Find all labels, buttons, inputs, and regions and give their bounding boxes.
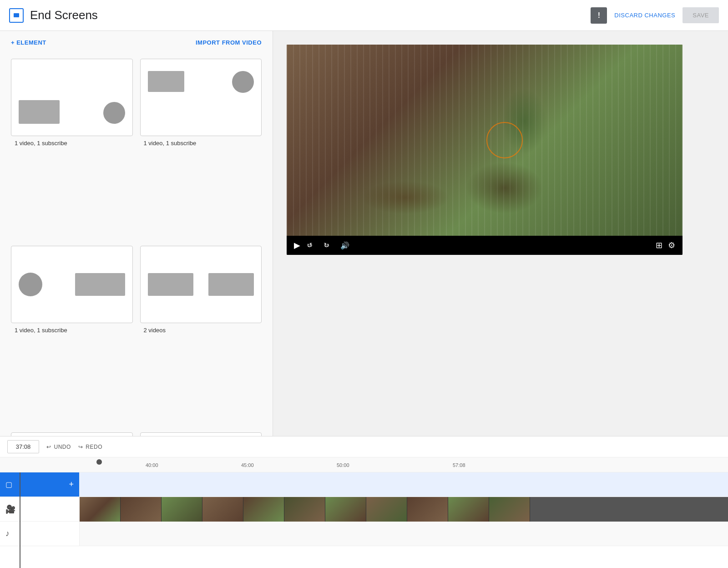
endscreen-row-label: ▢ + xyxy=(0,472,80,497)
volume-button[interactable]: 🔊 xyxy=(340,241,349,250)
template-cell-2: 1 video, 1 subscribe xyxy=(136,54,266,241)
audio-row: ♪ xyxy=(0,522,728,546)
tpl1-circle xyxy=(103,102,125,124)
template-preview-2 xyxy=(148,66,254,128)
video-controls: ▶ ↺10 ↻10 🔊 ⊞ xyxy=(287,236,682,255)
ruler-marker-3: 50:00 xyxy=(337,462,349,468)
strip-thumb-3 xyxy=(162,497,202,522)
strip-thumb-4 xyxy=(202,497,243,522)
endscreen-row-icon: ▢ xyxy=(5,480,12,489)
settings-button[interactable]: ⚙ xyxy=(668,240,675,250)
replay-back-icon: ↺10 xyxy=(307,241,317,249)
playhead-dot xyxy=(96,459,102,465)
replay-back-button[interactable]: ↺10 xyxy=(307,241,317,249)
feedback-button[interactable]: ! xyxy=(591,7,607,24)
play-button[interactable]: ▶ xyxy=(294,240,300,250)
undo-arrow-icon: ↩ xyxy=(46,444,51,450)
template-cell-4: 2 videos xyxy=(136,241,266,428)
page-title: End Screens xyxy=(30,8,98,22)
video-player: ▶ ↺10 ↻10 🔊 ⊞ xyxy=(287,45,682,255)
timeline-rows: ▢ + 🎥 xyxy=(0,472,728,568)
template-cell-3: 1 video, 1 subscribe xyxy=(7,241,136,428)
stripe-overlay xyxy=(287,45,682,236)
ruler-marks: 40:00 45:00 50:00 57:08 xyxy=(80,460,728,470)
video-strip xyxy=(80,497,728,522)
add-element-button[interactable]: + ELEMENT xyxy=(11,39,46,46)
template-preview-4 xyxy=(148,254,254,315)
import-from-video-button[interactable]: IMPORT FROM VIDEO xyxy=(196,39,262,46)
replay-fwd-icon: ↻10 xyxy=(324,241,334,249)
video-strip-content xyxy=(80,497,728,521)
app-logo-icon xyxy=(9,8,24,23)
template-label-3: 1 video, 1 subscribe xyxy=(11,327,133,334)
audio-row-label: ♪ xyxy=(0,522,80,546)
replay-fwd-button[interactable]: ↻10 xyxy=(324,241,334,249)
template-preview-3 xyxy=(19,254,125,315)
timeline-toolbar: 37:08 ↩ UNDO ↪ REDO xyxy=(0,436,728,457)
tpl4-rect1 xyxy=(148,273,193,296)
tpl2-rect xyxy=(148,71,184,92)
tpl2-circle xyxy=(232,71,254,93)
template-cell-1: 1 video, 1 subscribe xyxy=(7,54,136,241)
app-header: End Screens ! DISCARD CHANGES SAVE xyxy=(0,0,728,31)
music-icon: ♪ xyxy=(5,529,10,538)
time-display[interactable]: 37:08 xyxy=(7,440,39,453)
save-button[interactable]: SAVE xyxy=(682,7,719,23)
play-icon: ▶ xyxy=(294,240,300,250)
redo-button[interactable]: ↪ REDO xyxy=(78,444,102,450)
feedback-icon: ! xyxy=(598,11,600,20)
tpl3-circle xyxy=(19,273,42,296)
ruler-marker-2: 45:00 xyxy=(241,462,254,468)
template-preview-1 xyxy=(19,66,125,128)
grid-icon: ⊞ xyxy=(656,240,662,250)
template-label-2: 1 video, 1 subscribe xyxy=(140,140,262,147)
strip-thumb-6 xyxy=(284,497,325,522)
template-card-3[interactable] xyxy=(11,246,133,323)
header-left: End Screens xyxy=(9,8,98,23)
strip-thumb-9 xyxy=(407,497,448,522)
undo-button[interactable]: ↩ UNDO xyxy=(46,444,71,450)
timeline-section: 37:08 ↩ UNDO ↪ REDO 40:00 45:00 50:00 57… xyxy=(0,436,728,568)
tpl4-rect2 xyxy=(208,273,254,296)
ruler-marker-1: 40:00 xyxy=(146,462,158,468)
tpl3-rect xyxy=(75,273,125,296)
video-strip-row: 🎥 xyxy=(0,497,728,522)
redo-label: REDO xyxy=(86,444,102,450)
camera-icon: 🎥 xyxy=(5,504,15,514)
template-label-1: 1 video, 1 subscribe xyxy=(11,140,133,147)
template-card-4[interactable] xyxy=(140,246,262,323)
strip-thumb-11 xyxy=(489,497,530,522)
panel-toolbar: + ELEMENT IMPORT FROM VIDEO xyxy=(0,31,273,54)
strip-thumb-10 xyxy=(448,497,489,522)
template-card-1[interactable] xyxy=(11,59,133,136)
audio-row-content xyxy=(80,522,728,546)
grid-button[interactable]: ⊞ xyxy=(656,240,662,250)
add-endscreen-icon[interactable]: + xyxy=(69,480,74,489)
selection-overlay xyxy=(486,122,523,158)
tpl1-rect xyxy=(19,100,60,124)
endscreen-row-content xyxy=(80,472,728,497)
strip-thumb-1 xyxy=(80,497,121,522)
ruler-marker-4: 57:08 xyxy=(453,462,465,468)
strip-thumb-7 xyxy=(325,497,366,522)
controls-left: ▶ ↺10 ↻10 🔊 xyxy=(294,240,349,250)
video-row-label: 🎥 xyxy=(0,497,80,521)
controls-right: ⊞ ⚙ xyxy=(656,240,675,250)
template-label-4: 2 videos xyxy=(140,327,262,334)
header-right: ! DISCARD CHANGES SAVE xyxy=(591,7,719,24)
template-card-2[interactable] xyxy=(140,59,262,136)
endscreen-row: ▢ + xyxy=(0,472,728,497)
strip-thumb-8 xyxy=(366,497,407,522)
plant-background xyxy=(287,45,682,236)
volume-icon: 🔊 xyxy=(340,241,349,250)
strip-thumb-5 xyxy=(243,497,284,522)
undo-label: UNDO xyxy=(54,444,71,450)
video-thumbnail xyxy=(287,45,682,236)
discard-changes-button[interactable]: DISCARD CHANGES xyxy=(614,12,675,19)
logo-rect xyxy=(14,13,19,17)
settings-icon: ⚙ xyxy=(668,240,675,250)
redo-arrow-icon: ↪ xyxy=(78,444,83,450)
strip-thumb-2 xyxy=(121,497,162,522)
timeline-ruler: 40:00 45:00 50:00 57:08 xyxy=(0,457,728,472)
